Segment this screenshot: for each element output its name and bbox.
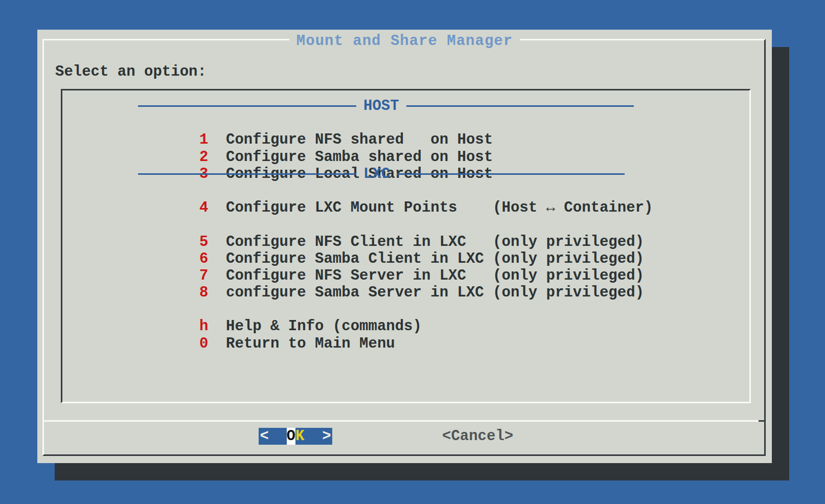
ok-right-chevron-icon: > — [322, 428, 331, 445]
section-header-host: HOST — [62, 98, 749, 114]
menu-item-label: Configure LXC Mount Points (Host ↔ Conta… — [226, 199, 653, 216]
cancel-button[interactable]: <Cancel> — [442, 428, 513, 445]
menu-rows: HOST 1Configure NFS shared on Host 2Conf… — [62, 98, 749, 335]
section-line-left — [138, 105, 356, 107]
separator-end-tick — [759, 420, 766, 422]
menu-item-tag: 6 — [199, 250, 226, 267]
ok-cursor-char: O — [287, 428, 295, 445]
menu-box: HOST 1Configure NFS shared on Host 2Conf… — [61, 89, 751, 403]
menu-item-label: Configure NFS Client in LXC (only privil… — [226, 234, 644, 250]
ok-button[interactable]: < OK > — [259, 428, 332, 445]
dialog-title: Mount and Share Manager — [37, 33, 772, 50]
section-line-right — [406, 105, 634, 107]
menu-item-tag: 8 — [199, 284, 226, 301]
ok-hotkey-char: K — [295, 428, 304, 445]
menu-item-tag: 1 — [199, 131, 226, 148]
button-separator-line — [42, 420, 766, 422]
section-line-right — [397, 173, 625, 175]
ok-left-chevron-icon: < — [260, 428, 268, 445]
menu-item-tag: 2 — [199, 149, 226, 166]
section-header-label: LXC — [356, 166, 397, 182]
menu-item-tag: h — [199, 318, 226, 335]
section-header-label: HOST — [356, 98, 406, 114]
menu-item-label: Configure Samba Client in LXC (only priv… — [226, 250, 644, 267]
dialog-title-text: Mount and Share Manager — [289, 33, 520, 50]
menu-item-label: Help & Info (commands) — [226, 318, 422, 335]
menu-item-label: configure Samba Server in LXC (only priv… — [226, 284, 644, 301]
dialog-mount-share-manager: Mount and Share Manager Select an option… — [37, 30, 772, 463]
menu-item-label: Configure Samba shared on Host — [226, 149, 493, 166]
menu-item-label: Configure NFS Server in LXC (only privil… — [226, 267, 644, 284]
terminal-background: Mount and Share Manager Select an option… — [0, 0, 825, 504]
button-row: < OK > <Cancel> — [37, 428, 772, 445]
menu-item-tag: 4 — [199, 199, 226, 216]
menu-item-tag: 5 — [199, 234, 226, 250]
section-line-left — [138, 173, 356, 175]
prompt-label: Select an option: — [55, 63, 207, 80]
menu-item-tag: 7 — [199, 267, 226, 284]
menu-item-1[interactable]: 1Configure NFS shared on Host — [62, 114, 749, 131]
menu-item-tag: 0 — [199, 335, 226, 352]
menu-item-label: Return to Main Menu — [226, 335, 395, 352]
menu-item-label: Configure NFS shared on Host — [226, 131, 493, 148]
